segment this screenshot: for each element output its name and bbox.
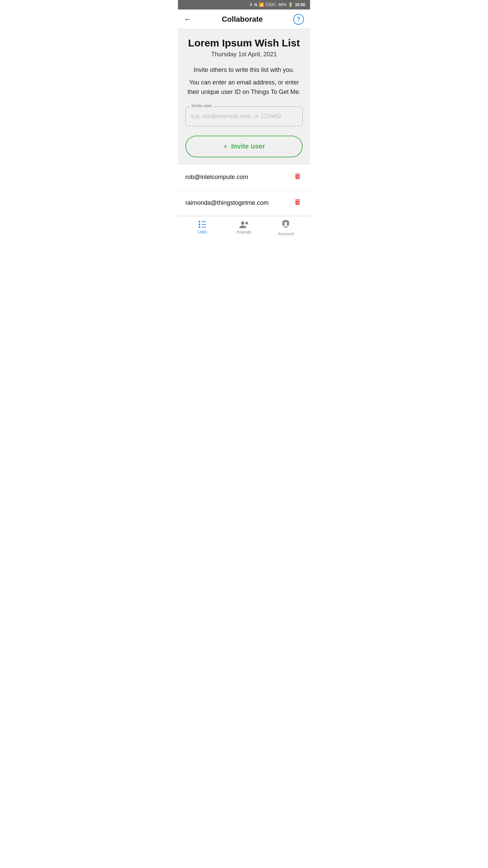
collaborator-item-partial: raimonda@thingstogetme.com <box>178 190 310 216</box>
invite-description-2: You can enter an email address, or enter… <box>185 78 303 97</box>
plus-icon: + <box>223 142 228 151</box>
svg-point-1 <box>245 222 248 224</box>
signal-icon: UC; <box>266 2 277 7</box>
trash-icon <box>294 173 301 180</box>
invite-description-1: Invite others to write this list with yo… <box>185 65 303 75</box>
battery-icon: 🔋 <box>288 2 293 7</box>
help-icon: ? <box>297 16 300 22</box>
invite-input-wrapper: Invite user <box>185 106 303 126</box>
bluetooth-icon: ✗ <box>249 2 253 7</box>
account-label: Account <box>278 231 294 236</box>
collaborators-section: rob@intelcompute.com raimonda@thingstoge… <box>178 164 310 216</box>
delete-collaborator-2-button[interactable] <box>292 197 303 209</box>
status-bar: ✗ N 📶 UC; 46% 🔋 16:00 <box>178 0 310 9</box>
time-display: 16:00 <box>295 2 305 7</box>
invite-user-input[interactable] <box>185 106 303 126</box>
svg-point-2 <box>284 222 287 225</box>
collaborator-email-1: rob@intelcompute.com <box>185 174 248 181</box>
trash-icon-2 <box>294 198 301 206</box>
collaborator-item: rob@intelcompute.com <box>178 164 310 190</box>
lists-icon <box>199 221 206 228</box>
svg-point-0 <box>241 221 244 225</box>
friends-icon <box>239 221 249 228</box>
collaborator-email-2: raimonda@thingstogetme.com <box>185 199 292 206</box>
help-button[interactable]: ? <box>293 14 304 25</box>
invite-input-label: Invite user <box>190 103 213 108</box>
list-date: Thursday 1st April, 2021 <box>185 51 303 58</box>
nav-item-lists[interactable]: Lists <box>181 218 223 237</box>
back-arrow-icon: ← <box>184 15 191 23</box>
main-content: Lorem Ipsum Wish List Thursday 1st April… <box>178 29 310 164</box>
nav-item-friends[interactable]: Friends <box>223 218 265 237</box>
delete-collaborator-1-button[interactable] <box>292 171 303 183</box>
account-icon <box>281 219 290 230</box>
friends-label: Friends <box>237 230 251 235</box>
wifi-icon: 📶 <box>259 2 264 7</box>
list-title: Lorem Ipsum Wish List <box>185 37 303 49</box>
back-button[interactable]: ← <box>184 15 191 24</box>
battery-text: 46% <box>278 2 286 7</box>
nav-bar: ← Collaborate ? <box>178 9 310 29</box>
status-icons: ✗ N 📶 UC; 46% 🔋 16:00 <box>249 2 305 7</box>
invite-user-button[interactable]: + Invite user <box>185 136 303 157</box>
bottom-nav: Lists Friends Account <box>178 216 310 239</box>
invite-button-label: Invite user <box>231 142 265 150</box>
nav-item-account[interactable]: Account <box>265 216 307 239</box>
nfc-icon: N <box>255 3 257 7</box>
page-title: Collaborate <box>222 15 263 24</box>
lists-label: Lists <box>198 229 207 234</box>
